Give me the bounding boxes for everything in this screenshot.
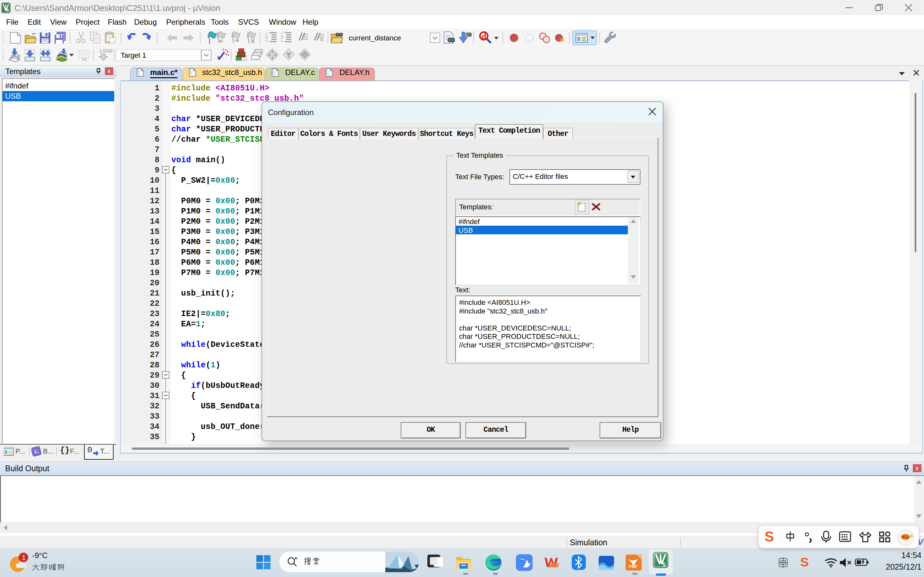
svg-text:1: 1 bbox=[22, 554, 26, 562]
svg-text:5: 5 bbox=[7, 8, 9, 13]
svg-text:PDF: PDF bbox=[629, 564, 637, 569]
svg-text:d: d bbox=[481, 32, 486, 41]
svg-text:LOAD: LOAD bbox=[99, 48, 113, 54]
svg-text:?: ? bbox=[35, 450, 39, 455]
svg-text:5: 5 bbox=[662, 562, 666, 568]
svg-text:current_distance: current_distance bbox=[349, 34, 401, 42]
svg-text:Target 1: Target 1 bbox=[121, 51, 146, 59]
